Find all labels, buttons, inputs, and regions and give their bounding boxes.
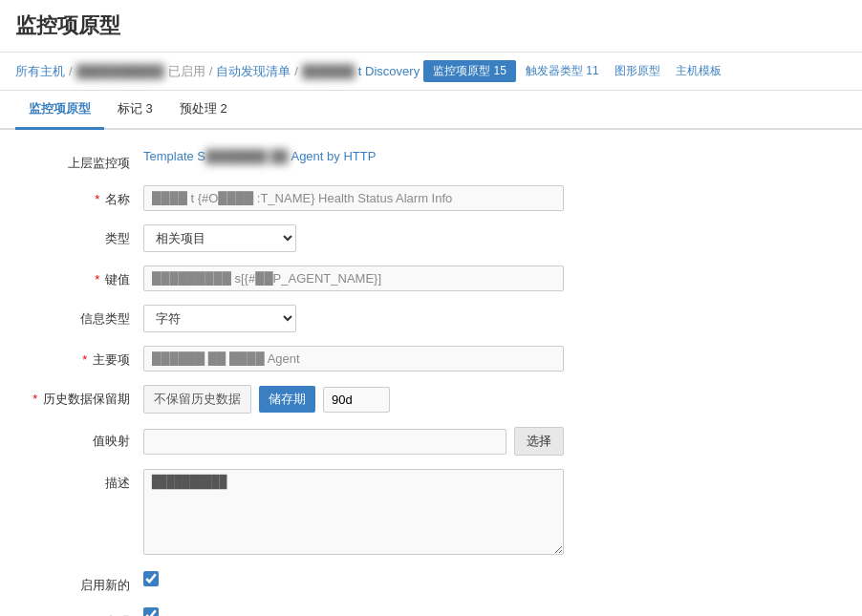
breadcrumb-discovery-list[interactable]: 自动发现清单 [216, 63, 291, 80]
breadcrumb-sep2: / [209, 64, 213, 78]
history-label: * 历史数据保留期 [19, 385, 143, 408]
tab-bar: 监控项原型 标记 3 预处理 2 [0, 91, 862, 130]
info-type-row: 信息类型 字符 [19, 305, 803, 332]
breadcrumb-sep3: / [294, 64, 298, 78]
tab-item-tags[interactable]: 标记 3 [104, 91, 166, 130]
history-no-keep: 不保留历史数据 [143, 385, 251, 414]
breadcrumb-tab-graphs[interactable]: 图形原型 [609, 60, 666, 82]
page-header: 监控项原型 [0, 0, 862, 53]
main-item-row: * 主要项 [19, 346, 803, 372]
name-control [143, 185, 583, 211]
required-mark: * [95, 192, 99, 206]
type-select[interactable]: 相关项目 [143, 224, 296, 252]
form-section: 上层监控项 Template S███████ ██ Agent by HTTP… [0, 149, 822, 616]
enable-new-label: 启用新的 [19, 571, 143, 594]
info-type-select[interactable]: 字符 [143, 305, 296, 332]
discover-row: 发现 [19, 607, 803, 616]
name-row: * 名称 [19, 185, 803, 211]
name-input[interactable] [143, 185, 564, 211]
enable-new-checkbox[interactable] [143, 571, 159, 586]
breadcrumb-discovery-name[interactable]: ██████ t Discovery [302, 64, 420, 78]
history-required: * [32, 392, 37, 406]
breadcrumb-host-name[interactable]: ██████████ [76, 64, 164, 78]
tab-item-prototype[interactable]: 监控项原型 [15, 91, 104, 130]
type-row: 类型 相关项目 [19, 224, 803, 252]
key-row: * 键值 [19, 266, 803, 291]
type-control: 相关项目 [143, 224, 583, 252]
upper-item-row: 上层监控项 Template S███████ ██ Agent by HTTP [19, 149, 803, 172]
discover-control [143, 607, 583, 616]
main-item-input[interactable] [143, 346, 564, 372]
info-type-label: 信息类型 [19, 305, 143, 328]
breadcrumb-tab-host-template[interactable]: 主机模板 [670, 60, 727, 82]
breadcrumb-active-tab[interactable]: 监控项原型 15 [423, 60, 516, 82]
breadcrumb-host-name-text: ██████████ [76, 64, 164, 78]
value-map-input[interactable] [143, 429, 506, 455]
key-label: * 键值 [19, 266, 143, 288]
breadcrumb-sep1: / [69, 64, 73, 78]
value-map-control: 选择 [143, 427, 583, 456]
history-row: * 历史数据保留期 不保留历史数据 储存期 [19, 385, 803, 414]
discover-label: 发现 [19, 607, 143, 616]
history-control: 不保留历史数据 储存期 [143, 385, 583, 414]
description-row: 描述 ██████████ [19, 469, 803, 558]
breadcrumb-bar: 所有主机 / ██████████ 已启用 / 自动发现清单 / ██████ … [0, 53, 862, 91]
description-textarea[interactable]: ██████████ [143, 469, 564, 555]
upper-item-label: 上层监控项 [19, 149, 143, 172]
key-input[interactable] [143, 266, 564, 291]
upper-item-link[interactable]: Template S███████ ██ Agent by HTTP [143, 149, 376, 163]
breadcrumb-tab-triggers[interactable]: 触发器类型 11 [520, 60, 605, 82]
page-title: 监控项原型 [15, 11, 847, 40]
enable-new-control [143, 571, 583, 586]
key-control [143, 266, 583, 291]
content-area: 上层监控项 Template S███████ ██ Agent by HTTP… [0, 130, 862, 616]
upper-item-value: Template S███████ ██ Agent by HTTP [143, 149, 583, 163]
main-required: * [82, 352, 87, 367]
description-control: ██████████ [143, 469, 583, 558]
key-required: * [95, 272, 99, 287]
description-label: 描述 [19, 469, 143, 492]
discover-checkbox[interactable] [143, 607, 159, 616]
info-type-control: 字符 [143, 305, 583, 332]
name-label: * 名称 [19, 185, 143, 208]
history-value-input[interactable] [323, 387, 390, 413]
type-label: 类型 [19, 224, 143, 247]
enable-new-row: 启用新的 [19, 571, 803, 594]
breadcrumb-status: 已启用 [168, 63, 205, 80]
history-save-period-button[interactable]: 储存期 [259, 386, 315, 413]
value-map-label: 值映射 [19, 427, 143, 450]
tab-item-preprocessing[interactable]: 预处理 2 [166, 91, 241, 130]
value-map-select-button[interactable]: 选择 [514, 427, 564, 456]
main-item-control [143, 346, 583, 372]
value-map-row: 值映射 选择 [19, 427, 803, 456]
breadcrumb-all-hosts[interactable]: 所有主机 [15, 63, 65, 80]
main-item-label: * 主要项 [19, 346, 143, 369]
